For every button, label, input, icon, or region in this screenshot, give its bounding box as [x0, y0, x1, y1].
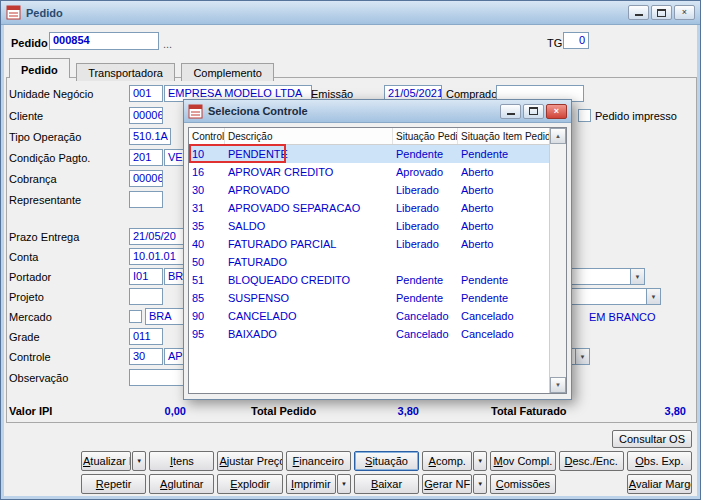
chevron-down-icon[interactable]: ▼: [630, 268, 645, 285]
mercado-checkbox[interactable]: [129, 310, 142, 323]
imprimir-dropdown-button[interactable]: ▼: [337, 474, 351, 494]
descricao-column-header: Descrição: [225, 128, 393, 144]
projeto-code-field[interactable]: [129, 288, 163, 305]
cliente-code-field[interactable]: 000065: [129, 107, 163, 124]
arrow-down-icon: ▼: [555, 382, 561, 388]
situacao-pedido-cell: Liberado: [393, 181, 458, 199]
scroll-up-button[interactable]: ▲: [550, 128, 566, 144]
observacao-label: Observação: [9, 372, 68, 384]
descricao-cell: SUSPENSO: [225, 289, 393, 307]
situacao-item-cell: Pendente: [458, 145, 549, 163]
portador-label: Portador: [9, 271, 51, 283]
portador-combo[interactable]: ▼: [561, 268, 645, 285]
projeto-label: Projeto: [9, 291, 44, 303]
dialog-close-button[interactable]: ×: [546, 104, 567, 119]
situacao-pedido-cell: Pendente: [393, 145, 458, 163]
obs-exp-button[interactable]: Obs. Exp.: [627, 451, 692, 471]
tipo-operacao-field[interactable]: 510.1A: [129, 128, 171, 145]
table-row[interactable]: 50FATURADO: [189, 253, 549, 271]
controle-cell: 90: [189, 307, 225, 325]
pedido-lookup-button[interactable]: ...: [163, 38, 172, 50]
projeto-combo-field[interactable]: [561, 288, 646, 305]
conta-field[interactable]: 10.01.01: [129, 248, 187, 265]
dialog-maximize-button[interactable]: [523, 104, 544, 119]
ajustar-precos-button[interactable]: Ajustar Preços: [217, 451, 282, 471]
app-icon: [6, 5, 21, 20]
dialog-titlebar[interactable]: Seleciona Controle ×: [184, 100, 571, 123]
minimize-button[interactable]: [628, 5, 649, 20]
scroll-down-button[interactable]: ▼: [550, 377, 566, 393]
table-row[interactable]: 95BAIXADOCanceladoCancelado: [189, 325, 549, 343]
projeto-combo[interactable]: ▼: [561, 288, 661, 305]
vertical-scrollbar[interactable]: ▲ ▼: [549, 128, 566, 393]
situacao-pedido-cell: Liberado: [393, 199, 458, 217]
acomp-button[interactable]: Acomp.: [422, 451, 472, 471]
pedido-number-field[interactable]: 000854: [49, 32, 159, 50]
tab-pedido[interactable]: Pedido: [9, 58, 70, 78]
controle-column-header: Controle: [189, 128, 225, 144]
imprimir-button[interactable]: Imprimir: [286, 474, 336, 494]
descricao-cell: FATURADO: [225, 253, 393, 271]
gerar-nf-button[interactable]: Gerar NF: [422, 474, 472, 494]
mercado-label: Mercado: [9, 311, 52, 323]
dialog-title: Seleciona Controle: [208, 105, 500, 117]
chevron-down-icon[interactable]: ▼: [646, 288, 661, 305]
cliente-label: Cliente: [9, 110, 43, 122]
tg-field[interactable]: 0: [563, 32, 589, 49]
desc-enc-button[interactable]: Desc./Enc.: [559, 451, 624, 471]
tab-transportadora[interactable]: Transportadora: [76, 63, 175, 81]
situacao-item-cell: Aberto: [458, 199, 549, 217]
controle-cell: 16: [189, 163, 225, 181]
table-row[interactable]: 35SALDOLiberadoAberto: [189, 217, 549, 235]
table-row[interactable]: 51BLOQUEADO CREDITOPendentePendente: [189, 271, 549, 289]
consultar-os-button[interactable]: Consultar OS: [612, 430, 692, 448]
table-row[interactable]: 90CANCELADOCanceladoCancelado: [189, 307, 549, 325]
explodir-button[interactable]: Explodir: [217, 474, 282, 494]
itens-button[interactable]: Itens: [149, 451, 214, 471]
titlebar[interactable]: Pedido ×: [1, 1, 700, 25]
representante-code-field[interactable]: [129, 191, 163, 208]
chevron-down-icon[interactable]: ▼: [575, 348, 590, 365]
mov-compl-button[interactable]: Mov Compl.: [490, 451, 555, 471]
descricao-cell: APROVADO: [225, 181, 393, 199]
pedido-window: Pedido × Pedido 000854 ... TG 0 Pedido T…: [0, 0, 701, 500]
arrow-up-icon: ▲: [555, 133, 561, 139]
table-row[interactable]: 30APROVADOLiberadoAberto: [189, 181, 549, 199]
tab-complemento[interactable]: Complemento: [181, 63, 273, 81]
controle-cell: 40: [189, 235, 225, 253]
acomp-dropdown-button[interactable]: ▼: [473, 451, 487, 471]
tabstrip: Pedido Transportadora Complemento: [9, 58, 276, 78]
table-row[interactable]: 10PENDENTEPendentePendente: [189, 145, 549, 163]
table-row[interactable]: 31APROVADO SEPARACAOLiberadoAberto: [189, 199, 549, 217]
close-button[interactable]: ×: [674, 5, 695, 20]
situacao-item-cell: Cancelado: [458, 307, 549, 325]
condicao-pagto-code-field[interactable]: 201: [129, 149, 163, 166]
situacao-pedido-cell: [393, 253, 458, 271]
grade-field[interactable]: 011: [129, 328, 163, 345]
cobranca-code-field[interactable]: 000065: [129, 170, 163, 187]
dialog-minimize-button[interactable]: [500, 104, 521, 119]
aglutinar-button[interactable]: Aglutinar: [149, 474, 214, 494]
table-row[interactable]: 16APROVAR CREDITOAprovadoAberto: [189, 163, 549, 181]
atualizar-imp-dropdown-button[interactable]: ▼: [132, 451, 146, 471]
table-row[interactable]: 85SUSPENSOPendentePendente: [189, 289, 549, 307]
portador-code-field[interactable]: I01: [129, 268, 163, 285]
atualizar-imp-button[interactable]: Atualizar Imp: [81, 451, 131, 471]
avaliar-margem-button[interactable]: Avaliar Margem: [627, 474, 692, 494]
gerar-nf-dropdown-button[interactable]: ▼: [473, 474, 487, 494]
seleciona-controle-dialog: Seleciona Controle × Controle Descrição …: [183, 99, 572, 400]
unidade-negocio-code-field[interactable]: 001: [129, 85, 163, 102]
prazo-entrega-field[interactable]: 21/05/20: [129, 228, 187, 245]
situacao-item-cell: Aberto: [458, 235, 549, 253]
baixar-button[interactable]: Baixar: [354, 474, 419, 494]
financeiro-button[interactable]: Financeiro: [286, 451, 351, 471]
situacao-button[interactable]: Situação: [354, 451, 419, 471]
comissoes-button[interactable]: Comissões: [490, 474, 555, 494]
repetir-button[interactable]: Repetir: [81, 474, 146, 494]
controle-code-field[interactable]: 30: [129, 348, 163, 365]
table-row[interactable]: 40FATURADO PARCIALLiberadoAberto: [189, 235, 549, 253]
pedido-impresso-checkbox[interactable]: [578, 109, 591, 122]
unidade-negocio-label: Unidade Negócio: [9, 88, 93, 100]
button-row-2: RepetirAglutinarExplodirImprimir▼BaixarG…: [81, 474, 692, 494]
maximize-button[interactable]: [651, 5, 672, 20]
